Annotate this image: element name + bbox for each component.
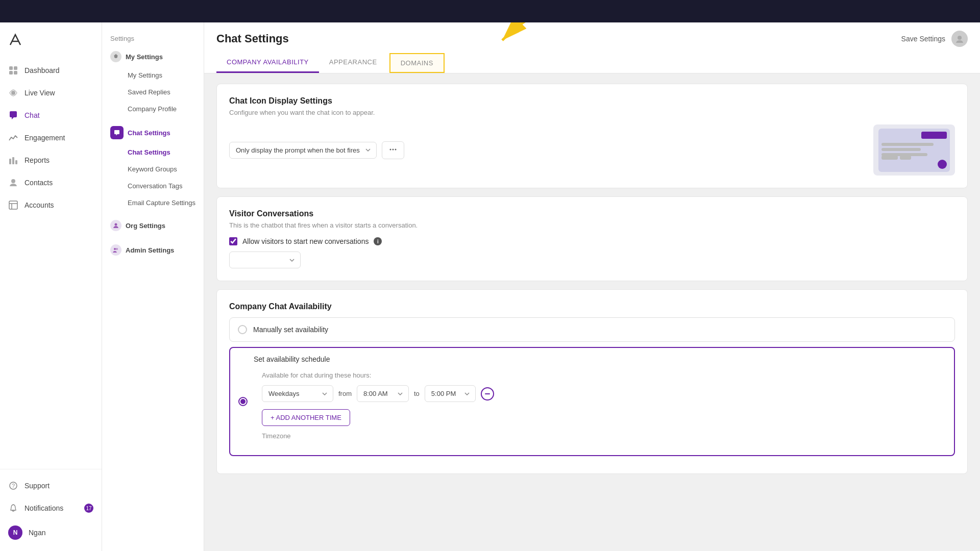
nav-my-settings[interactable]: My Settings (124, 67, 204, 84)
tab-company-availability[interactable]: COMPANY AVAILABILITY (216, 53, 319, 73)
top-bar (0, 0, 980, 22)
svg-point-20 (395, 148, 397, 150)
app-logo[interactable] (0, 28, 102, 59)
availability-title: Company Chat Availability (229, 302, 955, 311)
schedule-desc: Available for chat during these hours: (262, 371, 938, 379)
svg-rect-6 (12, 157, 14, 164)
contacts-label: Contacts (24, 179, 53, 187)
sidebar-item-reports[interactable]: Reports (0, 149, 102, 171)
schedule-section: Available for chat during these hours: W… (254, 363, 946, 448)
admin-settings-label: Admin Settings (126, 246, 174, 254)
chat-nav-icon (8, 110, 18, 120)
chat-settings-group-icon (110, 126, 124, 139)
company-availability-card: Company Chat Availability Manually set a… (216, 289, 968, 474)
my-settings-group-label: My Settings (126, 53, 163, 61)
chat-icon-options-button[interactable] (382, 141, 404, 159)
days-select[interactable]: Weekdays Weekends Every day Custom (262, 385, 333, 402)
chat-settings-sub: Chat Settings Keyword Groups Conversatio… (102, 144, 204, 211)
dashboard-icon (8, 65, 18, 76)
sidebar-item-live-view[interactable]: Live View (0, 82, 102, 104)
org-settings-icon (110, 220, 121, 231)
content-body: Chat Icon Display Settings Configure whe… (204, 73, 980, 551)
allow-conversations-row: Allow visitors to start new conversation… (229, 237, 955, 245)
chat-preview-box (873, 124, 955, 176)
chat-icon-settings-card: Chat Icon Display Settings Configure whe… (216, 84, 968, 188)
live-view-icon (8, 88, 18, 98)
second-nav-title: Settings (102, 31, 204, 46)
chat-icon-desc: Configure when you want the chat icon to… (229, 109, 955, 116)
reports-label: Reports (24, 156, 50, 164)
svg-rect-7 (15, 160, 17, 164)
sidebar-item-engagement[interactable]: Engagement (0, 127, 102, 149)
from-label: from (338, 390, 352, 397)
nav-conversation-tags[interactable]: Conversation Tags (124, 178, 204, 194)
sidebar-item-user[interactable]: N Ngan (0, 519, 102, 546)
tabs: COMPANY AVAILABILITY APPEARANCE DOMAINS (216, 53, 968, 73)
engagement-icon (8, 133, 18, 143)
visitor-title: Visitor Conversations (229, 209, 955, 218)
org-settings-group[interactable]: Org Settings (102, 215, 204, 236)
schedule-radio (238, 397, 248, 406)
support-label: Support (24, 482, 50, 490)
reports-icon (8, 155, 18, 165)
svg-point-16 (958, 36, 962, 40)
svg-point-18 (390, 148, 391, 150)
nav-chat-settings[interactable]: Chat Settings (124, 144, 204, 161)
nav-email-capture[interactable]: Email Capture Settings (124, 194, 204, 211)
chat-label: Chat (24, 111, 40, 119)
svg-rect-1 (14, 66, 17, 70)
allow-conversations-label: Allow visitors to start new conversation… (242, 237, 369, 245)
accounts-icon (8, 200, 18, 210)
sidebar-item-accounts[interactable]: Accounts (0, 194, 102, 216)
to-time-select[interactable]: 3:00 PM 4:00 PM 5:00 PM 6:00 PM 7:00 PM (425, 385, 476, 402)
org-settings-section: Org Settings (102, 215, 204, 236)
allow-conversations-info-icon[interactable]: i (374, 237, 382, 245)
nav-saved-replies[interactable]: Saved Replies (124, 84, 204, 101)
user-name-label: Ngan (29, 529, 45, 537)
allow-conversations-checkbox[interactable] (229, 237, 237, 245)
my-settings-sub: My Settings Saved Replies Company Profil… (102, 67, 204, 117)
user-avatar: N (8, 525, 22, 540)
my-settings-group[interactable]: My Settings (102, 46, 204, 67)
sidebar-item-support[interactable]: ? Support (0, 474, 102, 497)
tab-domains[interactable]: DOMAINS (389, 53, 445, 73)
chat-settings-group-label: Chat Settings (128, 129, 170, 137)
svg-point-15 (116, 248, 118, 250)
sidebar-item-contacts[interactable]: Contacts (0, 171, 102, 194)
chat-icon-display-select[interactable]: Only display the prompt when the bot fir… (229, 142, 377, 159)
add-another-time-button[interactable]: + ADD ANOTHER TIME (262, 409, 350, 426)
visitor-chatbot-select[interactable] (229, 252, 301, 268)
my-settings-icon (110, 51, 121, 62)
svg-rect-3 (14, 71, 17, 74)
tab-appearance[interactable]: APPEARANCE (319, 53, 387, 73)
admin-settings-icon (110, 244, 121, 256)
from-time-select[interactable]: 6:00 AM 7:00 AM 8:00 AM 9:00 AM 10:00 AM (357, 385, 409, 402)
nav-keyword-groups[interactable]: Keyword Groups (124, 161, 204, 178)
sidebar-item-dashboard[interactable]: Dashboard (0, 59, 102, 82)
admin-settings-section: Admin Settings (102, 240, 204, 260)
svg-text:?: ? (12, 483, 15, 489)
svg-point-13 (115, 223, 117, 226)
chat-settings-group[interactable]: Chat Settings (102, 121, 204, 144)
svg-rect-0 (9, 66, 13, 70)
nav-company-profile[interactable]: Company Profile (124, 101, 204, 117)
svg-rect-2 (9, 71, 13, 74)
save-settings-button[interactable]: Save Settings (901, 35, 945, 43)
content-header: Chat Settings Save Settings COMPANY AVAI… (204, 22, 980, 73)
header-user-avatar (951, 31, 968, 47)
accounts-label: Accounts (24, 201, 54, 209)
manual-radio (238, 325, 247, 334)
sidebar-item-notifications[interactable]: Notifications 17 (0, 497, 102, 519)
schedule-availability-option[interactable]: Set availability schedule Available for … (229, 347, 955, 456)
admin-settings-group[interactable]: Admin Settings (102, 240, 204, 260)
dashboard-label: Dashboard (24, 66, 60, 74)
notifications-label: Notifications (24, 504, 63, 512)
page-title: Chat Settings (216, 32, 289, 45)
engagement-label: Engagement (24, 134, 65, 142)
far-left-nav: Dashboard Live View Chat Engagement Repo (0, 22, 102, 551)
manual-availability-option[interactable]: Manually set availability (229, 317, 955, 342)
svg-point-14 (114, 248, 116, 250)
sidebar-item-chat[interactable]: Chat (0, 104, 102, 127)
remove-time-button[interactable] (481, 387, 494, 400)
svg-rect-5 (9, 159, 11, 164)
